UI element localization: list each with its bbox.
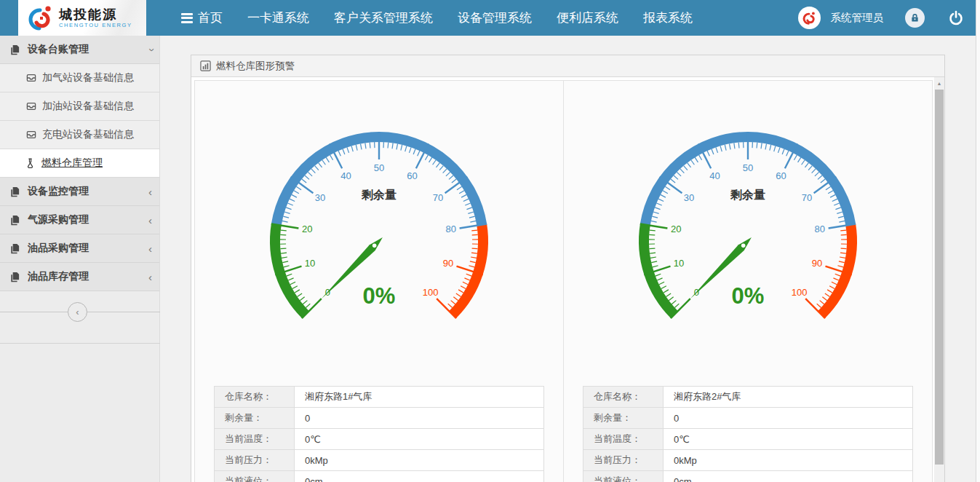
svg-text:90: 90 bbox=[443, 258, 453, 269]
sidebar-group[interactable]: 设备台账管理‹ bbox=[0, 36, 159, 64]
svg-text:70: 70 bbox=[433, 192, 443, 203]
table-row-label: 当前温度： bbox=[583, 429, 664, 450]
sidebar-item-active[interactable]: 燃料仓库管理 bbox=[0, 149, 159, 178]
sidebar-group[interactable]: 油品采购管理‹ bbox=[0, 234, 159, 263]
chart-area: 0102030405060708090100剩余量0%仓库名称：湘府东路1#气库… bbox=[191, 77, 934, 482]
table-row-value: 0 bbox=[664, 408, 913, 429]
brand-logo-icon bbox=[24, 3, 56, 33]
top-menu-item[interactable]: 报表系统 bbox=[631, 0, 705, 36]
flask-icon bbox=[26, 158, 36, 168]
svg-text:40: 40 bbox=[340, 170, 351, 181]
sidebar-item-label: 充电站设备基础信息 bbox=[42, 128, 134, 141]
chevron-left-icon: ‹ bbox=[148, 272, 152, 283]
drawer-icon bbox=[26, 101, 36, 111]
top-navbar: 城投能源 CHENGTOU ENERGY 首页一卡通系统客户关系管理系统设备管理… bbox=[0, 0, 976, 36]
svg-text:30: 30 bbox=[684, 192, 694, 203]
table-row-label: 当前压力： bbox=[583, 450, 664, 471]
bar-chart-icon bbox=[200, 60, 211, 71]
logout-button[interactable] bbox=[945, 7, 967, 29]
sidebar-item-label: 燃料仓库管理 bbox=[41, 157, 103, 170]
sidebar-item[interactable]: 加气站设备基础信息 bbox=[0, 64, 159, 92]
top-menu-item-label: 设备管理系统 bbox=[458, 9, 532, 26]
warehouse-gauge-box: 0102030405060708090100剩余量0%仓库名称：湘府东路2#气库… bbox=[563, 80, 933, 482]
gauge-title: 剩余量 bbox=[361, 189, 397, 201]
svg-text:40: 40 bbox=[709, 170, 720, 181]
chevron-left-icon: ‹ bbox=[148, 186, 152, 197]
sidebar-item[interactable]: 充电站设备基础信息 bbox=[0, 121, 159, 149]
brand-name: 城投能源 bbox=[59, 8, 132, 21]
svg-text:70: 70 bbox=[802, 192, 812, 203]
svg-text:100: 100 bbox=[792, 287, 808, 298]
svg-text:10: 10 bbox=[305, 258, 315, 269]
drawer-icon bbox=[26, 130, 36, 140]
panel-scrollbar[interactable]: ▲ bbox=[934, 77, 944, 482]
sidebar-collapse-button[interactable]: ‹ bbox=[68, 302, 87, 322]
top-menu-item[interactable]: 设备管理系统 bbox=[445, 0, 544, 36]
top-menu-item-home[interactable]: 首页 bbox=[169, 0, 235, 36]
gauge-detail: 0% bbox=[732, 283, 765, 309]
svg-text:30: 30 bbox=[315, 192, 325, 203]
table-row-label: 仓库名称： bbox=[215, 387, 295, 408]
scroll-up-arrow[interactable]: ▲ bbox=[934, 77, 944, 89]
gauge-detail: 0% bbox=[363, 283, 396, 309]
top-menu-item[interactable]: 客户关系管理系统 bbox=[322, 0, 445, 36]
chevron-left-icon: ‹ bbox=[148, 215, 152, 226]
gauge-title: 剩余量 bbox=[730, 189, 765, 201]
lock-button[interactable] bbox=[905, 8, 925, 28]
top-menu-item[interactable]: 便利店系统 bbox=[544, 0, 631, 36]
sidebar-group[interactable]: 设备监控管理‹ bbox=[0, 178, 159, 206]
svg-text:10: 10 bbox=[674, 258, 684, 269]
sidebar-group-label: 设备台账管理 bbox=[28, 43, 148, 56]
brand-logo[interactable]: 城投能源 CHENGTOU ENERGY bbox=[18, 0, 146, 36]
table-row-value: 湘府东路1#气库 bbox=[295, 387, 544, 408]
top-menu-item-label: 首页 bbox=[198, 9, 223, 26]
table-row: 当前液位：0cm bbox=[215, 471, 544, 482]
panel-body: 0102030405060708090100剩余量0%仓库名称：湘府东路1#气库… bbox=[191, 77, 944, 482]
app-root: 城投能源 CHENGTOU ENERGY 首页一卡通系统客户关系管理系统设备管理… bbox=[0, 0, 980, 482]
lock-icon bbox=[910, 13, 920, 23]
sidebar-group[interactable]: 气源采购管理‹ bbox=[0, 206, 159, 234]
svg-text:20: 20 bbox=[671, 224, 681, 234]
scrollbar-thumb[interactable] bbox=[935, 90, 944, 465]
table-row-label: 剩余量： bbox=[583, 408, 664, 429]
sidebar-group-label: 油品采购管理 bbox=[28, 242, 148, 255]
gauge-chart: 0102030405060708090100剩余量0% bbox=[632, 125, 864, 321]
table-row: 当前压力：0kMp bbox=[215, 450, 544, 471]
power-icon bbox=[948, 10, 964, 26]
documents-icon bbox=[9, 186, 20, 197]
table-row-value: 湘府东路2#气库 bbox=[664, 387, 913, 408]
brand-subtitle: CHENGTOU ENERGY bbox=[59, 23, 132, 28]
table-row: 剩余量：0 bbox=[583, 408, 913, 429]
top-menu-item[interactable]: 一卡通系统 bbox=[235, 0, 322, 36]
table-row-label: 当前液位： bbox=[583, 471, 664, 482]
warehouse-info-table: 仓库名称：湘府东路2#气库剩余量：0当前温度：0℃当前压力：0kMp当前液位：0… bbox=[583, 386, 913, 482]
gauge-chart: 0102030405060708090100剩余量0% bbox=[263, 125, 495, 321]
user-name[interactable]: 系统管理员 bbox=[831, 11, 884, 25]
top-menu-item-label: 一卡通系统 bbox=[247, 9, 309, 26]
documents-icon bbox=[9, 243, 20, 254]
table-row-value: 0cm bbox=[295, 471, 544, 482]
sidebar-divider-2 bbox=[0, 343, 160, 344]
svg-text:90: 90 bbox=[812, 258, 822, 269]
svg-text:100: 100 bbox=[423, 287, 439, 298]
table-row-label: 剩余量： bbox=[215, 408, 295, 429]
top-menu-item-label: 报表系统 bbox=[643, 9, 693, 26]
table-row: 仓库名称：湘府东路2#气库 bbox=[583, 387, 913, 408]
sidebar-item-label: 加气站设备基础信息 bbox=[42, 71, 134, 84]
table-row-label: 当前压力： bbox=[215, 450, 295, 471]
navbar-right: 系统管理员 bbox=[798, 0, 971, 36]
warning-panel: 燃料仓库图形预警 0102030405060708090100剩余量0%仓库名称… bbox=[191, 55, 945, 482]
svg-text:80: 80 bbox=[815, 224, 825, 234]
documents-icon bbox=[9, 272, 20, 283]
panel-header: 燃料仓库图形预警 bbox=[191, 55, 944, 77]
table-row-label: 当前温度： bbox=[215, 429, 295, 450]
avatar-swirl-icon bbox=[801, 10, 817, 26]
documents-icon bbox=[9, 44, 20, 55]
documents-icon bbox=[9, 215, 20, 226]
avatar[interactable] bbox=[798, 7, 821, 29]
sidebar-item[interactable]: 加油站设备基础信息 bbox=[0, 92, 159, 121]
sidebar-group-label: 设备监控管理 bbox=[28, 185, 148, 198]
table-row: 当前温度：0℃ bbox=[583, 429, 913, 450]
sidebar-group[interactable]: 油品库存管理‹ bbox=[0, 263, 159, 291]
page-scrollbar[interactable] bbox=[976, 0, 980, 482]
